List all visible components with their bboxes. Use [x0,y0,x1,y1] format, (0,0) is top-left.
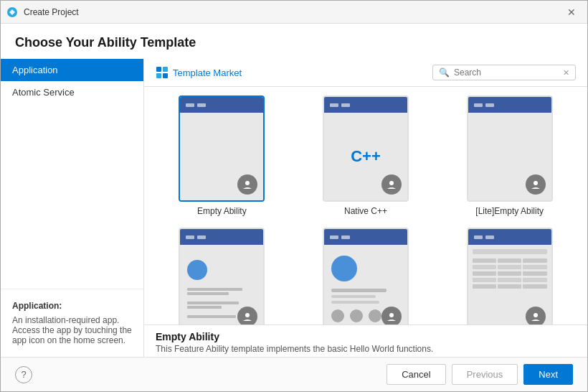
preview-header [180,229,263,245]
footer-buttons: Cancel Previous Next [387,364,573,385]
content-area: Choose Your Ability Template Application… [1,24,587,391]
template-badge [381,174,402,195]
cpp-label: C++ [351,147,381,166]
help-button[interactable]: ? [15,366,32,383]
footer: ? Cancel Previous Next [1,357,587,391]
template-preview-native-cpp: C++ [323,95,409,202]
template-badge [237,174,257,195]
sidebar-description: Application: An installation-required ap… [1,289,143,357]
cancel-button[interactable]: Cancel [387,364,445,385]
svg-rect-1 [156,67,161,72]
template-card-table[interactable] [443,228,576,325]
next-button[interactable]: Next [523,364,573,385]
title-bar: Create Project ✕ [1,1,587,24]
preview-header [468,229,551,245]
search-box[interactable]: 🔍 ✕ [432,65,576,80]
svg-point-8 [245,313,250,317]
preview-body-cpp: C++ [324,113,407,200]
templates-grid-wrapper: Empty Ability [144,87,587,325]
svg-rect-2 [163,67,168,72]
template-market-label: Template Market [156,66,242,79]
template-preview-empty-ability [179,95,265,202]
preview-header [324,97,407,113]
svg-point-6 [389,181,394,185]
preview-header [180,97,263,113]
template-card-name: Empty Ability [197,206,247,216]
sidebar-item-atomic-service[interactable]: Atomic Service [1,81,143,103]
create-project-window: Create Project ✕ Choose Your Ability Tem… [0,0,588,392]
template-card-name: [Lite]Empty Ability [475,206,544,216]
selected-template-desc: This Feature Ability template implements… [156,344,576,354]
close-button[interactable]: ✕ [561,2,582,22]
svg-point-5 [245,181,250,185]
template-market-bar: Template Market 🔍 ✕ [144,59,587,87]
template-preview-lite-empty [467,95,553,202]
template-preview-detail [323,228,409,325]
sidebar-desc-text: An installation-required app. Access the… [12,315,132,345]
preview-body-detail [324,245,407,325]
svg-point-9 [389,313,394,317]
preview-body-table [468,245,551,325]
template-badge [237,307,257,325]
window-title: Create Project [24,7,79,17]
svg-rect-4 [163,73,168,78]
template-card-name: Native C++ [344,206,387,216]
app-icon [6,6,18,18]
template-preview-table [467,228,553,325]
template-market-icon [156,66,169,79]
search-input[interactable] [454,67,559,78]
sidebar: Application Atomic Service Application: … [1,59,144,357]
svg-point-7 [534,181,538,185]
template-card-native-cpp[interactable]: C++ Native C++ [300,95,432,216]
preview-body [180,113,263,200]
template-card-detail[interactable] [300,228,432,325]
template-market-text: Template Market [173,67,242,78]
template-card-list[interactable] [156,228,288,325]
template-badge [526,307,546,325]
previous-button[interactable]: Previous [452,364,518,385]
template-card-lite-empty[interactable]: [Lite]Empty Ability [443,95,576,216]
sidebar-item-application[interactable]: Application [1,59,143,81]
svg-rect-3 [156,73,161,78]
preview-header [324,229,407,245]
template-badge [526,174,546,195]
bottom-info: Empty Ability This Feature Ability templ… [144,325,587,357]
search-clear-icon[interactable]: ✕ [563,68,569,78]
main-body: Application Atomic Service Application: … [1,59,587,357]
search-icon: 🔍 [439,67,450,78]
template-card-empty-ability[interactable]: Empty Ability [156,95,288,216]
title-bar-left: Create Project [6,6,79,18]
template-badge [381,307,402,325]
preview-header [468,97,551,113]
templates-grid: Empty Ability [156,95,576,325]
right-panel: Template Market 🔍 ✕ [144,59,587,357]
template-preview-list [179,228,265,325]
selected-template-name: Empty Ability [156,331,576,342]
svg-point-10 [534,313,538,317]
sidebar-desc-title: Application: [12,301,132,311]
page-title: Choose Your Ability Template [1,24,587,59]
preview-body-lite [468,113,551,200]
preview-body-list [180,245,263,325]
